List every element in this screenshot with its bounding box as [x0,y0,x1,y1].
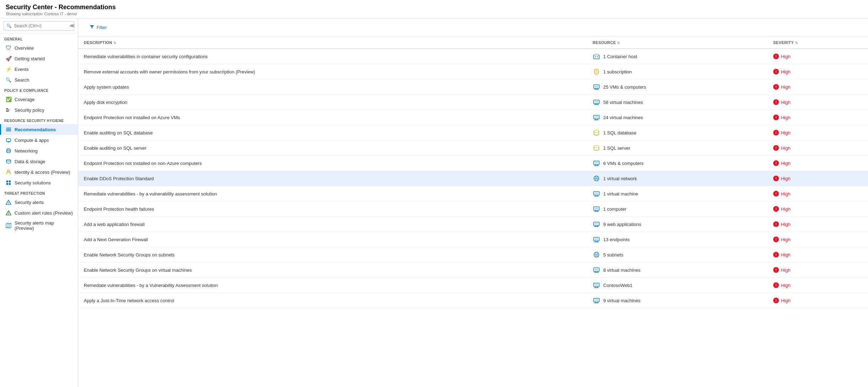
table-row[interactable]: Apply disk encryption58 virtual machines… [78,95,868,110]
sidebar-item-events[interactable]: ⚡Events [0,64,78,74]
row-severity: !High [768,79,868,95]
row-description: Enable auditing on SQL server [78,140,587,156]
main-layout: 🔍 ≪ GENERAL🛡Overview🚀Getting started⚡Eve… [0,18,868,387]
sidebar-item-label: Networking [15,148,38,154]
svg-rect-38 [595,101,598,103]
svg-rect-86 [595,284,598,286]
table-row[interactable]: Endpoint Protection not installed on Azu… [78,110,868,125]
severity-label: High [781,191,791,197]
bars-icon [5,107,12,113]
coverage-icon: ✅ [5,96,12,103]
resource-label: 1 computer [603,206,626,212]
sidebar-search-container: 🔍 [0,18,78,34]
sidebar-item-identity-access[interactable]: Identity & access (Preview) [0,167,78,177]
sidebar-item-search[interactable]: 🔍Search [0,74,78,85]
severity-dot: ! [773,99,779,105]
sidebar-item-recommendations[interactable]: Recommendations [0,124,78,135]
severity-dot: ! [773,221,779,227]
svg-point-45 [594,130,599,132]
table-row[interactable]: Enable Network Security Groups on virtua… [78,262,868,278]
row-description: Remove external accounts with owner perm… [78,64,587,79]
sidebar-item-custom-alert-rules[interactable]: Custom alert rules (Preview) [0,208,78,218]
severity-dot: ! [773,69,779,74]
resource-icon [593,236,600,243]
sidebar-item-security-alerts-map[interactable]: Security alerts map (Preview) [0,218,78,233]
resource-label: 24 virtual machines [603,115,643,120]
sidebar-item-coverage[interactable]: ✅Coverage [0,94,78,105]
table-row[interactable]: Remediate vulnerabilities in container s… [78,49,868,64]
sidebar-item-label: Search [15,77,29,83]
table-row[interactable]: Endpoint Protection not installed on non… [78,156,868,171]
sidebar-item-label: Data & storage [15,159,45,164]
table-row[interactable]: Remediate vulnerabilities - by a Vulnera… [78,278,868,293]
svg-rect-1 [6,110,10,110]
row-severity: !High [768,262,868,278]
table-body: Remediate vulnerabilities in container s… [78,49,868,308]
table-row[interactable]: Enable auditing on SQL server1 SQL serve… [78,140,868,156]
svg-rect-0 [6,108,8,109]
filter-label: Filter [97,25,107,30]
row-severity: !High [768,217,868,232]
row-description: Add a web application firewall [78,217,587,232]
sidebar-item-overview[interactable]: 🛡Overview [0,43,78,53]
svg-marker-20 [6,223,11,228]
svg-rect-64 [595,208,598,209]
row-severity: !High [768,64,868,79]
row-description: Endpoint Protection not installed on non… [78,156,587,171]
column-header-description[interactable]: DESCRIPTION [78,37,587,49]
svg-rect-59 [595,193,598,194]
severity-dot: ! [773,237,779,242]
row-resource: 1 virtual network [587,171,768,186]
sidebar-item-security-alerts[interactable]: Security alerts [0,197,78,208]
sidebar-item-security-solutions[interactable]: Security solutions [0,177,78,188]
table-row[interactable]: Add a Next Generation Firewall13 endpoin… [78,232,868,247]
row-resource: 1 Container host [587,49,768,64]
resource-label: 8 virtual machines [603,267,640,273]
table-row[interactable]: Enable DDoS Protection Standard1 virtual… [78,171,868,186]
row-description: Remediate vulnerabilities in container s… [78,49,587,64]
sidebar-item-label: Security policy [15,107,44,113]
resource-label: 1 Container host [603,54,637,59]
sidebar-item-label: Overview [15,45,34,51]
row-severity: !High [768,140,868,156]
sidebar-item-security-policy[interactable]: Security policy [0,105,78,115]
sidebar: 🔍 ≪ GENERAL🛡Overview🚀Getting started⚡Eve… [0,18,78,387]
row-resource: 1 computer [587,201,768,217]
search-input[interactable] [4,21,74,31]
row-description: Remediate vulnerabilities - by a vulnera… [78,186,587,201]
row-resource: 8 virtual machines [587,262,768,278]
table-row[interactable]: Apply a Just-In-Time network access cont… [78,293,868,308]
column-header-resource[interactable]: RESOURCE [587,37,768,49]
sidebar-section-label: POLICY & COMPLIANCE [0,85,78,94]
table-row[interactable]: Enable auditing on SQL database1 SQL dat… [78,125,868,140]
sidebar-item-compute-apps[interactable]: Compute & apps [0,135,78,145]
severity-dot: ! [773,267,779,273]
sidebar-section-label: THREAT PROTECTION [0,188,78,197]
table-row[interactable]: Enable Network Security Groups on subnet… [78,247,868,262]
severity-label: High [781,69,791,74]
svg-rect-24 [595,54,598,55]
severity-label: High [781,161,791,166]
table-row[interactable]: Endpoint Protection health failures1 com… [78,201,868,217]
severity-dot: ! [773,84,779,90]
row-description: Remediate vulnerabilities - by a Vulnera… [78,278,587,293]
resource-icon [593,129,600,137]
filter-button[interactable]: Filter [85,23,111,32]
sidebar-item-label: Security solutions [15,180,51,186]
table-row[interactable]: Add a web application firewall9 web appl… [78,217,868,232]
table-row[interactable]: Remove external accounts with owner perm… [78,64,868,79]
sidebar-collapse-button[interactable]: ≪ [68,21,76,30]
svg-rect-15 [9,183,11,185]
column-header-severity[interactable]: SEVERITY [768,37,868,49]
compute-icon [5,137,12,143]
svg-rect-74 [595,238,598,240]
sidebar-item-getting-started[interactable]: 🚀Getting started [0,53,78,64]
sidebar-item-networking[interactable]: Networking [0,145,78,156]
resource-label: 25 VMs & computers [603,84,646,90]
row-resource: 13 endpoints [587,232,768,247]
table-row[interactable]: Apply system updates25 VMs & computers!H… [78,79,868,95]
row-resource: 5 subnets [587,247,768,262]
svg-rect-91 [595,299,598,301]
sidebar-item-data-storage[interactable]: Data & storage [0,156,78,167]
table-row[interactable]: Remediate vulnerabilities - by a vulnera… [78,186,868,201]
